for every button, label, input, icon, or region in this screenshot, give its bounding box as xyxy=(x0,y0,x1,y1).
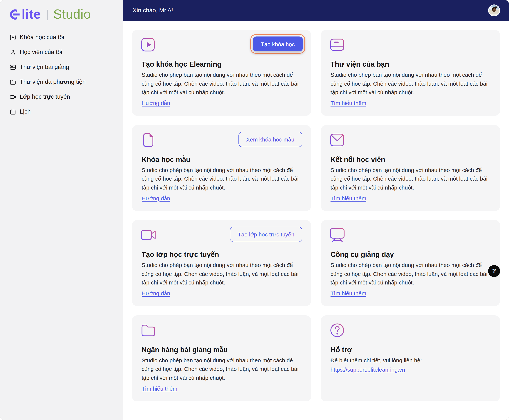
elite-e-icon xyxy=(9,8,21,20)
guide-link[interactable]: Hướng dẫn xyxy=(142,100,170,106)
sidebar-item-media-library[interactable]: Thư viện đa phương tiện xyxy=(0,75,123,89)
avatar-photo xyxy=(489,5,499,16)
card-title: Tạo khóa học Elearning xyxy=(142,60,222,68)
file-icon xyxy=(141,132,156,147)
logo-product-text: Studio xyxy=(53,7,91,22)
sidebar-item-label: Thư viện bài giảng xyxy=(20,64,69,70)
video-camera-icon xyxy=(141,227,156,242)
learn-more-link[interactable]: Tìm hiểu thêm xyxy=(331,100,366,106)
guide-link[interactable]: Hướng dẫn xyxy=(142,195,170,201)
learn-more-link[interactable]: Tìm hiểu thêm xyxy=(142,385,177,391)
topbar: Xin chào, Mr A! xyxy=(123,0,509,21)
app-logo: lite | Studio xyxy=(0,0,123,22)
card-description: Studio cho phép bạn tạo nội dung với nha… xyxy=(331,261,493,287)
greeting-text: Xin chào, Mr A! xyxy=(133,7,173,14)
card-your-library: Thư viện của bạn Studio cho phép bạn tạo… xyxy=(321,30,500,116)
learn-more-link[interactable]: Tìm hiểu thêm xyxy=(331,290,366,296)
video-camera-icon xyxy=(9,93,16,100)
card-grid: Tạo khóa học Tạo khóa học Elearning Stud… xyxy=(132,30,500,401)
card-title: Thư viện của bạn xyxy=(331,60,389,68)
card-title: Ngân hàng bài giảng mẫu xyxy=(142,346,228,354)
card-sample-course: Xem khóa học mẫu Khóa học mẫu Studio cho… xyxy=(132,125,311,211)
card-title: Tạo lớp học trực tuyến xyxy=(142,251,219,259)
lecture-card-icon xyxy=(9,63,16,71)
sidebar: lite | Studio Khóa học của tôi Học viên … xyxy=(0,0,123,420)
sidebar-item-label: Thư viện đa phương tiện xyxy=(20,79,86,85)
sidebar-item-my-courses[interactable]: Khóa học của tôi xyxy=(0,30,123,45)
calendar-icon xyxy=(9,108,16,115)
card-description: Để biết thêm chi tiết, vui lòng liên hệ: xyxy=(331,356,493,365)
card-support: Hỗ trợ Để biết thêm chi tiết, vui lòng l… xyxy=(321,315,500,401)
create-online-class-button[interactable]: Tạo lớp học trực tuyến xyxy=(230,227,302,242)
support-url-link[interactable]: https://support.eliteleanring.vn xyxy=(331,366,405,373)
sidebar-item-lecture-library[interactable]: Thư viện bài giảng xyxy=(0,60,123,75)
card-description: Studio cho phép bạn tạo nội dung với nha… xyxy=(142,356,304,382)
user-icon xyxy=(9,49,16,56)
main-content: Tạo khóa học Tạo khóa học Elearning Stud… xyxy=(123,21,509,420)
card-title: Công cụ giảng dạy xyxy=(331,251,394,259)
sidebar-item-my-students[interactable]: Học viên của tôi xyxy=(0,45,123,60)
app-window: lite | Studio Khóa học của tôi Học viên … xyxy=(0,0,509,420)
card-description: Studio cho phép bạn tạo nội dung với nha… xyxy=(331,165,493,192)
learn-more-link[interactable]: Tìm hiểu thêm xyxy=(331,195,366,201)
mail-icon xyxy=(330,132,345,147)
view-sample-course-button[interactable]: Xem khóa học mẫu xyxy=(239,132,302,147)
logo-brand-text: lite xyxy=(22,7,41,22)
card-description: Studio cho phép bạn tạo nội dung với nha… xyxy=(142,261,304,287)
card-description: Studio cho phép bạn tạo nội dung với nha… xyxy=(331,70,493,97)
question-circle-icon xyxy=(330,323,345,338)
card-create-elearning-course: Tạo khóa học Tạo khóa học Elearning Stud… xyxy=(132,30,311,116)
card-title: Hỗ trợ xyxy=(331,346,352,354)
sidebar-item-label: Lớp học trực tuyến xyxy=(20,93,70,100)
card-title: Khóa học mẫu xyxy=(142,156,190,164)
card-sample-lecture-bank: Ngân hàng bài giảng mẫu Studio cho phép … xyxy=(132,315,311,401)
card-connect-students: Kết nối học viên Studio cho phép bạn tạo… xyxy=(321,125,500,211)
help-floating-button[interactable]: ? xyxy=(488,265,500,277)
sidebar-item-label: Lịch xyxy=(20,108,31,115)
lecture-card-icon xyxy=(330,37,345,52)
sidebar-item-label: Khóa học của tôi xyxy=(20,34,64,41)
card-teaching-tools: Công cụ giảng dạy Studio cho phép bạn tạ… xyxy=(321,220,500,306)
card-title: Kết nối học viên xyxy=(331,156,385,164)
guide-link[interactable]: Hướng dẫn xyxy=(142,290,170,296)
sidebar-item-calendar[interactable]: Lịch xyxy=(0,104,123,119)
logo-separator: | xyxy=(46,8,49,21)
sidebar-item-online-class[interactable]: Lớp học trực tuyến xyxy=(0,89,123,104)
card-description: Studio cho phép bạn tạo nội dung với nha… xyxy=(142,165,304,192)
create-course-focus-ring: Tạo khóa học xyxy=(250,34,305,54)
folder-icon xyxy=(141,323,156,338)
presentation-icon xyxy=(330,227,345,242)
card-create-online-class: Tạo lớp học trực tuyến Tạo lớp học trực … xyxy=(132,220,311,306)
play-square-icon xyxy=(9,34,16,41)
avatar[interactable] xyxy=(488,4,500,16)
sidebar-menu: Khóa học của tôi Học viên của tôi Thư vi… xyxy=(0,30,123,119)
card-description: Studio cho phép bạn tạo nội dung với nha… xyxy=(142,70,304,97)
create-course-button[interactable]: Tạo khóa học xyxy=(253,37,303,51)
folder-icon xyxy=(9,78,16,85)
play-square-icon xyxy=(141,37,156,52)
sidebar-item-label: Học viên của tôi xyxy=(20,49,62,55)
